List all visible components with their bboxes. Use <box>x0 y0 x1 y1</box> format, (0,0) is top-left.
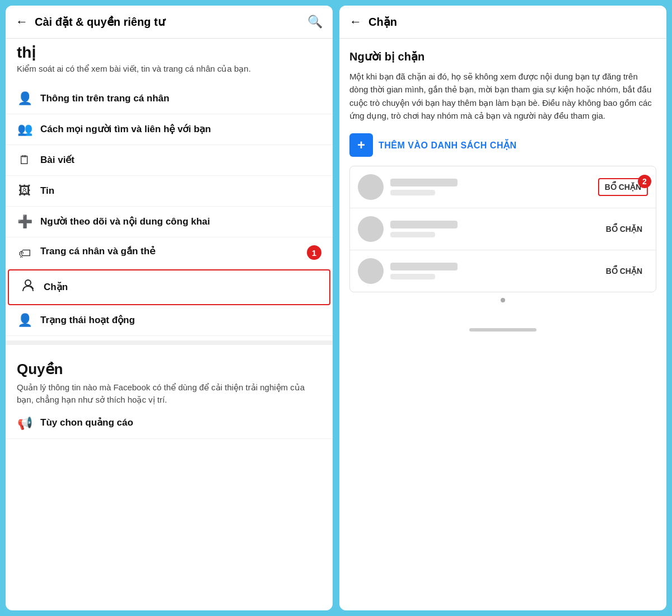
left-panel-content: thị Kiểm soát ai có thể xem bài viết, ti… <box>6 39 333 610</box>
add-plus-icon: + <box>349 133 373 157</box>
news-icon: 🖼 <box>17 184 32 198</box>
avatar-1 <box>358 174 384 200</box>
menu-item-posts[interactable]: 🗒 Bài viết <box>6 145 333 176</box>
add-label: THÊM VÀO DANH SÁCH CHẶN <box>379 140 517 151</box>
section-divider <box>6 340 333 345</box>
add-to-block-list-button[interactable]: + THÊM VÀO DANH SÁCH CHẶN <box>349 133 656 157</box>
left-header: ← Cài đặt & quyền riêng tư 🔍 <box>6 6 333 39</box>
right-header-title: Chặn <box>368 15 656 29</box>
menu-item-tags[interactable]: 🏷 Trang cá nhân và gắn thẻ 1 <box>6 237 333 269</box>
followers-icon: ➕ <box>17 214 32 229</box>
menu-label-news: Tin <box>40 185 321 197</box>
profile-icon: 👤 <box>17 91 32 106</box>
menu-label-tags: Trang cá nhân và gắn thẻ <box>40 245 299 258</box>
right-inner-content: Người bị chặn Một khi bạn đã chặn ai đó,… <box>339 39 666 319</box>
blocked-sub-line-1 <box>390 190 435 195</box>
menu-item-profile-info[interactable]: 👤 Thông tin trên trang cá nhân <box>6 83 333 114</box>
svg-line-1 <box>31 286 33 288</box>
posts-icon: 🗒 <box>17 153 32 167</box>
menu-label-block: Chặn <box>44 281 318 293</box>
blocked-item-1: BỔ CHẶN 2 <box>350 166 656 208</box>
menu-label-find-contact: Cách mọi người tìm và liên hệ với bạn <box>40 123 321 136</box>
avatar-2 <box>358 216 384 242</box>
right-panel-content: Người bị chặn Một khi bạn đã chặn ai đó,… <box>339 39 666 610</box>
menu-item-news[interactable]: 🖼 Tin <box>6 176 333 207</box>
left-panel: ← Cài đặt & quyền riêng tư 🔍 thị Kiểm so… <box>6 6 333 610</box>
quyen-title: Quyền <box>17 361 321 378</box>
bottom-scrollbar <box>469 328 536 332</box>
intro-section: thị Kiểm soát ai có thể xem bài viết, ti… <box>6 39 333 83</box>
badge-2-indicator: 2 <box>638 175 651 188</box>
menu-item-find-contact[interactable]: 👥 Cách mọi người tìm và liên hệ với bạn <box>6 114 333 145</box>
menu-item-block[interactable]: Chặn <box>8 269 330 305</box>
bottom-menu-list: 📢 Tùy chon quảng cáo <box>6 408 333 439</box>
bo-chan-button-2[interactable]: BỔ CHẶN <box>600 221 648 237</box>
menu-label-followers: Người theo dõi và nội dung công khai <box>40 216 321 228</box>
blocked-name-line-2 <box>390 221 458 228</box>
menu-label-posts: Bài viết <box>40 154 321 166</box>
blocked-sub-line-2 <box>390 232 435 237</box>
menu-item-activity[interactable]: 👤 Trạng thái hoạt động <box>6 305 333 336</box>
block-icon <box>20 278 36 296</box>
blocked-item-3: BỔ CHẶN <box>350 250 656 292</box>
activity-icon: 👤 <box>17 313 32 328</box>
tags-icon: 🏷 <box>17 246 32 261</box>
menu-item-ads[interactable]: 📢 Tùy chon quảng cáo <box>6 408 333 439</box>
left-back-button[interactable]: ← <box>16 15 28 29</box>
menu-list: 👤 Thông tin trên trang cá nhân 👥 Cách mọ… <box>6 83 333 336</box>
blocked-sub-line-3 <box>390 274 435 279</box>
scroll-indicator-dot <box>501 298 505 302</box>
ads-icon: 📢 <box>17 416 32 431</box>
blocked-name-line-3 <box>390 263 458 270</box>
tags-badge: 1 <box>307 245 321 260</box>
blocked-list: BỔ CHẶN 2 BỔ CHẶN <box>349 166 656 292</box>
menu-label-profile-info: Thông tin trên trang cá nhân <box>40 92 321 105</box>
avatar-3 <box>358 258 384 284</box>
menu-label-ads: Tùy chon quảng cáo <box>40 417 321 429</box>
quyen-desc: Quản lý thông tin nào mà Facebook có thể… <box>17 381 321 406</box>
intro-description: Kiểm soát ai có thể xem bài viết, tin và… <box>17 63 321 74</box>
blocked-name-area-3 <box>390 263 594 279</box>
right-header: ← Chặn <box>339 6 666 39</box>
menu-item-followers[interactable]: ➕ Người theo dõi và nội dung công khai <box>6 207 333 237</box>
intro-big-word: thị <box>17 43 321 62</box>
blocked-section-title: Người bị chặn <box>349 50 656 63</box>
svg-point-0 <box>25 280 31 286</box>
right-back-button[interactable]: ← <box>349 15 362 29</box>
blocked-name-line-1 <box>390 179 458 186</box>
quyen-section: Quyền Quản lý thông tin nào mà Facebook … <box>6 349 333 408</box>
people-icon: 👥 <box>17 122 32 137</box>
blocked-name-area-2 <box>390 221 594 237</box>
blocked-description: Một khi bạn đã chặn ai đó, họ sẽ không x… <box>349 70 656 122</box>
search-icon[interactable]: 🔍 <box>307 15 323 29</box>
right-panel: ← Chặn Người bị chặn Một khi bạn đã chặn… <box>339 6 666 610</box>
blocked-name-area-1 <box>390 179 591 195</box>
blocked-item-2: BỔ CHẶN <box>350 208 656 250</box>
left-header-title: Cài đặt & quyền riêng tư <box>35 15 301 29</box>
menu-label-activity: Trạng thái hoạt động <box>40 314 321 326</box>
bo-chan-button-3[interactable]: BỔ CHẶN <box>600 263 648 279</box>
